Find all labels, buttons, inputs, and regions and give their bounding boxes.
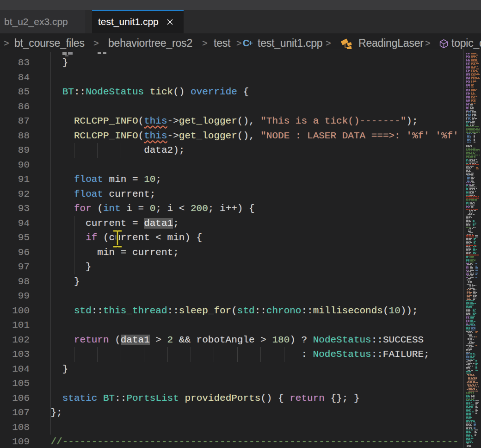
svg-text:C: C [243, 38, 249, 48]
